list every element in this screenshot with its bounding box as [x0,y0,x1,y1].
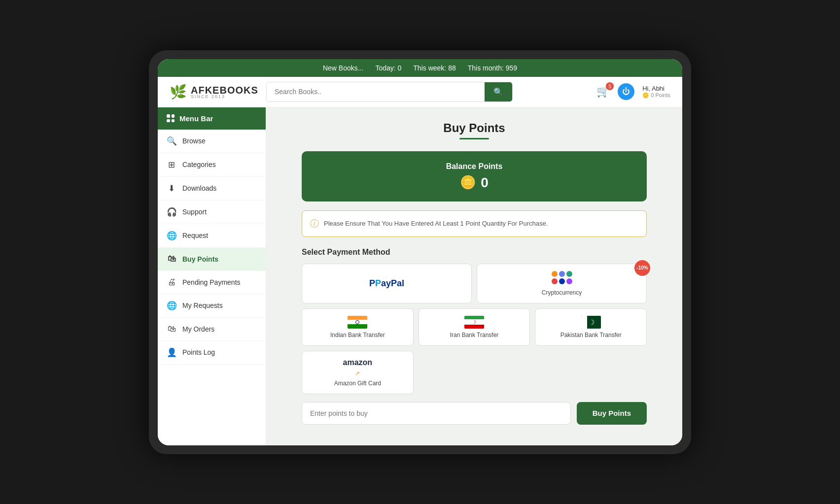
support-label: Support [182,208,207,216]
pakistan-label: Pakistan Bank Transfer [560,332,622,338]
info-icon: ⓘ [310,218,319,230]
today-stat: Today: 0 [375,64,401,72]
my-requests-label: My Requests [182,302,223,309]
pakistan-flag-icon: ☽ [581,316,601,329]
sidebar-item-downloads[interactable]: ⬇ Downloads [158,177,266,201]
browse-label: Browse [182,137,206,145]
logo-area: 🌿 AFKEBOOKS SINCE 2013 [170,84,258,100]
info-message: Please Ensure That You Have Entered At L… [324,220,548,227]
points-input[interactable] [302,402,571,425]
bitcoin-icon [552,271,558,277]
sidebar-item-pending-payments[interactable]: 🖨 Pending Payments [158,271,266,294]
eth-icon [559,271,565,277]
india-flag-icon [348,316,367,329]
request-icon: 🌐 [167,231,176,241]
categories-icon: ⊞ [167,160,176,170]
payment-row-flags: Indian Bank Transfer ☽ Iran Bank Transfe… [302,308,647,346]
support-icon: 🎧 [167,207,176,217]
sidebar-item-categories[interactable]: ⊞ Categories [158,153,266,177]
search-input[interactable] [267,83,485,101]
user-info-block: Hi, Abhi 🪙 0 Points [642,85,670,99]
balance-label: Balance Points [314,162,635,171]
new-books-label: New Books... [323,64,363,72]
menu-bar-header: Menu Bar [158,107,266,130]
india-label: Indian Bank Transfer [330,332,385,338]
payment-crypto[interactable]: -10% Cryptocurrency [477,264,647,303]
header: 🌿 AFKEBOOKS SINCE 2013 🔍 🛒 5 ⏻ Hi, Abhi [158,77,682,107]
payment-row-amazon: amazon ↗ Amazon Gift Card [302,351,647,394]
header-right: 🛒 5 ⏻ Hi, Abhi 🪙 0 Points [596,83,670,100]
payment-pakistan[interactable]: ☽ Pakistan Bank Transfer [535,308,647,346]
power-button[interactable]: ⏻ [618,83,634,100]
sidebar-item-my-orders[interactable]: 🛍 My Orders [158,318,266,341]
title-underline [459,138,489,139]
sidebar-item-browse[interactable]: 🔍 Browse [158,130,266,153]
sol-icon [566,278,572,284]
my-requests-icon: 🌐 [167,301,176,311]
paypal-logo: PPayPal [369,278,404,289]
usdt-icon [566,271,572,277]
avax-icon [552,278,558,284]
tablet-frame: New Books... Today: 0 This week: 88 This… [149,50,691,454]
iran-flag-icon: ☽ [464,316,484,329]
crypto-label: Cryptocurrency [542,289,582,296]
user-points: 🪙 0 Points [642,92,670,99]
search-bar[interactable]: 🔍 [266,82,513,102]
week-stat: This week: 88 [413,64,455,72]
downloads-label: Downloads [182,184,216,192]
main-content: Buy Points Balance Points 🪙 0 ⓘ Please E… [266,107,682,445]
iran-label: Iran Bank Transfer [450,332,499,338]
balance-card: Balance Points 🪙 0 [302,151,647,202]
coin2-icon [559,278,565,284]
search-button[interactable]: 🔍 [485,82,512,101]
buy-points-button[interactable]: Buy Points [577,402,647,425]
info-box: ⓘ Please Ensure That You Have Entered At… [302,210,647,237]
payment-section-title: Select Payment Method [302,248,647,257]
logo-text-block: AFKEBOOKS SINCE 2013 [191,85,258,99]
menu-grid-icon [167,114,175,122]
points-coin-icon: 🪙 [642,92,649,98]
payment-amazon[interactable]: amazon ↗ Amazon Gift Card [302,351,414,394]
payment-iran[interactable]: ☽ Iran Bank Transfer [419,308,530,346]
pending-payments-label: Pending Payments [182,278,241,286]
logo-leaf-icon: 🌿 [170,84,187,100]
tablet-screen: New Books... Today: 0 This week: 88 This… [158,59,682,445]
categories-label: Categories [182,161,216,168]
buy-input-row: Buy Points [302,402,647,425]
buy-points-icon: 🛍 [167,254,176,264]
buy-points-container: Buy Points Balance Points 🪙 0 ⓘ Please E… [302,121,647,425]
amazon-label: Amazon Gift Card [334,380,381,387]
my-orders-icon: 🛍 [167,324,176,334]
amazon-logo: amazon [343,358,373,367]
payment-paypal[interactable]: PPayPal [302,264,472,303]
balance-value: 🪙 0 [314,175,635,191]
sidebar-item-buy-points[interactable]: 🛍 Buy Points [158,248,266,271]
top-bar: New Books... Today: 0 This week: 88 This… [158,59,682,77]
sidebar-item-my-requests[interactable]: 🌐 My Requests [158,294,266,318]
sidebar: Menu Bar 🔍 Browse ⊞ Categories ⬇ Downloa… [158,107,266,445]
crypto-icons-grid [552,271,572,284]
my-orders-label: My Orders [182,325,214,333]
user-greeting: Hi, Abhi [642,85,670,92]
request-label: Request [182,232,208,239]
downloads-icon: ⬇ [167,183,176,194]
crypto-discount-badge: -10% [634,260,650,276]
balance-number: 0 [481,175,489,191]
browse-icon: 🔍 [167,136,176,146]
sidebar-item-points-log[interactable]: 👤 Points Log [158,341,266,365]
sidebar-item-support[interactable]: 🎧 Support [158,201,266,224]
sidebar-item-request[interactable]: 🌐 Request [158,224,266,248]
points-log-label: Points Log [182,348,215,356]
month-stat: This month: 959 [468,64,517,72]
buy-points-label: Buy Points [182,255,218,263]
crescent-icon: ☽ [589,318,595,326]
main-layout: Menu Bar 🔍 Browse ⊞ Categories ⬇ Downloa… [158,107,682,445]
cart-badge: 5 [606,82,614,90]
cart-icon[interactable]: 🛒 5 [596,85,610,98]
points-log-icon: 👤 [167,347,176,358]
menu-bar-label: Menu Bar [179,114,213,123]
coin-icon: 🪙 [460,175,476,190]
page-title: Buy Points [302,121,647,135]
pending-payments-icon: 🖨 [167,277,176,287]
payment-india[interactable]: Indian Bank Transfer [302,308,414,346]
